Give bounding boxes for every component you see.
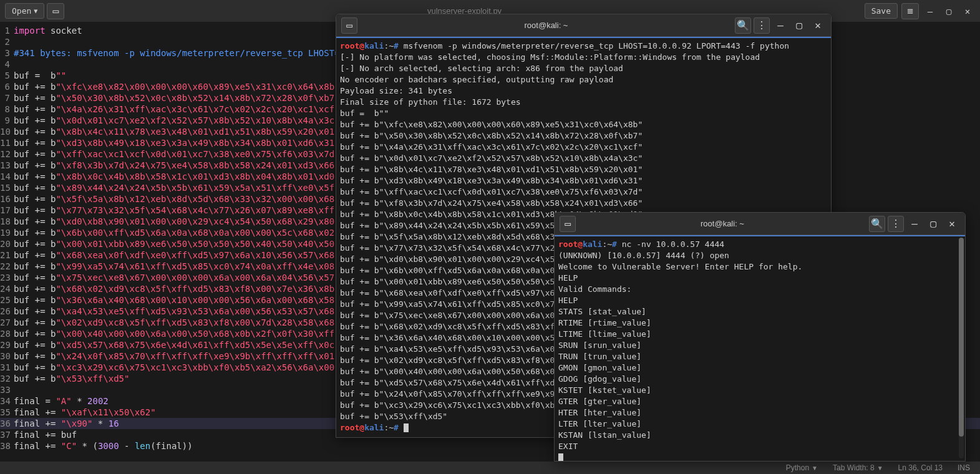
line-number: 18 [0, 216, 14, 227]
line-number: 38 [0, 440, 14, 452]
terminal1-title: root@kali: ~ [357, 21, 735, 30]
line-number: 3 [0, 47, 14, 59]
line-number: 31 [0, 362, 14, 373]
statusbar: Python ▼ Tab Width: 8 ▼ Ln 36, Col 13 IN… [0, 462, 980, 474]
terminal1-titlebar: ▭ root@kali: ~ 🔍 ⋮ — ▢ ✕ [336, 14, 831, 37]
maximize-button[interactable]: ▢ [941, 4, 956, 19]
terminal2-minimize-button[interactable]: — [906, 216, 923, 232]
terminal1-close-button[interactable]: ✕ [810, 17, 826, 34]
line-number: 12 [0, 148, 14, 160]
search-icon: 🔍 [737, 19, 749, 31]
newtab-icon: ▭ [565, 218, 571, 230]
line-number: 33 [0, 384, 14, 395]
terminal2-close-button[interactable]: ✕ [944, 216, 960, 232]
line-number: 1 [0, 25, 14, 36]
line-number: 22 [0, 261, 14, 272]
line-number: 4 [0, 59, 14, 70]
terminal2-newtab-button[interactable]: ▭ [560, 216, 576, 232]
kebab-icon: ⋮ [757, 19, 767, 31]
terminal2-scrollbar[interactable] [959, 238, 964, 458]
line-number: 23 [0, 272, 14, 283]
open-label: Open [12, 6, 31, 16]
new-tab-button[interactable]: ▭ [47, 3, 64, 19]
line-number: 29 [0, 339, 14, 351]
terminal1-search-button[interactable]: 🔍 [735, 17, 751, 34]
line-number: 8 [0, 104, 14, 115]
terminal1-menu-button[interactable]: ⋮ [754, 17, 770, 34]
line-number: 6 [0, 81, 14, 92]
status-tabwidth[interactable]: Tab Width: 8 ▼ [833, 463, 883, 472]
terminal2-titlebar: ▭ root@kali: ~ 🔍 ⋮ — ▢ ✕ [555, 213, 965, 235]
line-number: 20 [0, 238, 14, 249]
line-number: 21 [0, 249, 14, 261]
terminal-window-2[interactable]: ▭ root@kali: ~ 🔍 ⋮ — ▢ ✕ root@kali:~# nc… [554, 212, 966, 462]
chevron-down-icon: ▼ [812, 465, 818, 472]
line-number: 26 [0, 306, 14, 317]
status-pos[interactable]: Ln 36, Col 13 [898, 463, 943, 472]
terminal2-content[interactable]: root@kali:~# nc -nv 10.0.0.57 4444(UNKNO… [555, 236, 965, 461]
chevron-down-icon: ▼ [877, 465, 883, 472]
line-number: 25 [0, 294, 14, 306]
save-button[interactable]: Save [865, 3, 898, 19]
hamburger-icon: ≡ [907, 5, 913, 17]
search-icon: 🔍 [871, 218, 883, 230]
terminal2-scrollbar-thumb[interactable] [959, 238, 964, 437]
line-number: 36 [0, 418, 14, 429]
line-number: 10 [0, 126, 14, 137]
new-tab-icon: ▭ [53, 5, 59, 17]
line-number: 34 [0, 395, 14, 407]
terminal2-menu-button[interactable]: ⋮ [888, 216, 904, 232]
line-number: 7 [0, 92, 14, 104]
line-number: 17 [0, 205, 14, 216]
kebab-icon: ⋮ [891, 218, 901, 230]
minimize-button[interactable]: — [923, 4, 938, 19]
hamburger-button[interactable]: ≡ [901, 3, 919, 19]
status-tabwidth-label: Tab Width: 8 [833, 463, 875, 472]
terminal2-search-button[interactable]: 🔍 [869, 216, 885, 232]
line-number: 32 [0, 373, 14, 384]
line-number: 16 [0, 193, 14, 205]
terminal2-title: root@kali: ~ [576, 219, 869, 228]
line-number: 11 [0, 137, 14, 148]
open-button[interactable]: Open ▼ [5, 3, 44, 19]
newtab-icon: ▭ [346, 19, 352, 31]
line-number: 2 [0, 36, 14, 47]
line-number: 13 [0, 160, 14, 171]
chevron-down-icon: ▼ [34, 7, 37, 14]
line-number: 28 [0, 328, 14, 339]
line-number: 35 [0, 407, 14, 418]
terminal1-maximize-button[interactable]: ▢ [791, 17, 807, 34]
line-number: 15 [0, 182, 14, 193]
terminal2-maximize-button[interactable]: ▢ [925, 216, 941, 232]
status-lang[interactable]: Python ▼ [786, 463, 818, 472]
line-number: 9 [0, 115, 14, 126]
line-number: 19 [0, 227, 14, 238]
line-number: 30 [0, 351, 14, 362]
close-button[interactable]: ✕ [960, 4, 975, 19]
line-number: 14 [0, 171, 14, 182]
line-number: 37 [0, 429, 14, 440]
status-ins[interactable]: INS [958, 463, 970, 472]
save-label: Save [871, 6, 891, 16]
line-number: 27 [0, 317, 14, 328]
terminal1-minimize-button[interactable]: — [772, 17, 788, 34]
line-number: 24 [0, 283, 14, 294]
line-number: 5 [0, 70, 14, 81]
status-lang-label: Python [786, 463, 809, 472]
terminal1-newtab-button[interactable]: ▭ [341, 17, 357, 34]
